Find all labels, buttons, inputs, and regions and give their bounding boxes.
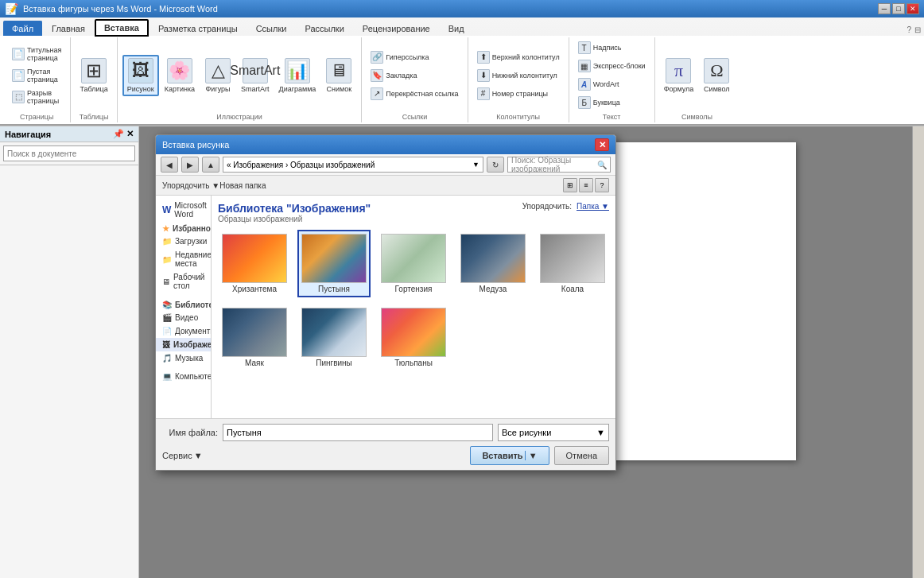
wordart-button[interactable]: A WordArt xyxy=(574,76,650,93)
blankpage-button[interactable]: 📄 Пустаястраница xyxy=(8,65,65,86)
hyperlink-button[interactable]: 🔗 Гиперссылка xyxy=(367,48,462,66)
table-button[interactable]: ⊞ Таблица xyxy=(76,56,111,95)
thumb-label-penguins: Пингвины xyxy=(316,359,352,367)
tab-mailings[interactable]: Рассылки xyxy=(296,21,352,36)
thumb-jellyfish[interactable]: Медуза xyxy=(456,230,530,297)
picture-button[interactable]: 🖼 Рисунок xyxy=(122,55,159,96)
header-button[interactable]: ⬆ Верхний колонтитул xyxy=(473,48,564,66)
music-icon: 🎵 xyxy=(162,354,172,363)
footer-button[interactable]: ⬇ Нижний колонтитул xyxy=(473,67,564,84)
dialog-overlay: Вставка рисунка ✕ ◀ ▶ ▲ « Изображения › … xyxy=(139,126,912,578)
formula-icon: π xyxy=(666,58,691,83)
dialog-search-box[interactable]: Поиск: Образцы изображений 🔍 xyxy=(507,157,611,173)
view-list-button[interactable]: ≡ xyxy=(579,178,593,192)
nav-music[interactable]: 🎵 Музыка xyxy=(156,351,211,365)
insert-button[interactable]: Вставить ▼ xyxy=(470,446,549,465)
nav-downloads[interactable]: 📁 Загрузки xyxy=(156,235,211,248)
thumb-hydrangea[interactable]: Гортензия xyxy=(377,230,450,297)
bookmark-icon: 🔖 xyxy=(371,69,383,82)
tab-layout[interactable]: Разметка страницы xyxy=(149,21,247,36)
dialog-body: W Microsoft Word ★ Избранное 📁 Загрузки xyxy=(156,196,615,418)
text-group-items: T Надпись ▦ Экспресс-блоки A WordArt Б Б… xyxy=(574,39,650,111)
thumb-chrysanthemum[interactable]: Хризантема xyxy=(218,230,291,297)
nav-computer[interactable]: 💻 Компьютер xyxy=(156,370,211,383)
thumb-lighthouse[interactable]: Маяк xyxy=(218,304,291,371)
nav-video[interactable]: 🎬 Видео xyxy=(156,311,211,324)
screenshot-button[interactable]: 🖥 Снимок xyxy=(321,56,356,95)
nav-images[interactable]: 🖼 Изображения xyxy=(156,338,211,351)
insert-dropdown-arrow[interactable]: ▼ xyxy=(525,451,538,460)
textbox-icon: T xyxy=(578,41,591,54)
dialog-footer: Имя файла: Все рисунки ▼ Сервис ▼ xyxy=(156,418,615,470)
pagebreak-button[interactable]: ⬚ Разрывстраницы xyxy=(8,87,65,107)
ribbon-group-links: 🔗 Гиперссылка 🔖 Закладка ↗ Перекрёстная … xyxy=(362,37,468,122)
thumb-tulips[interactable]: Тюльпаны xyxy=(377,304,450,371)
organize-button[interactable]: Упорядочить ▼ xyxy=(162,181,219,190)
thumb-penguins[interactable]: Пингвины xyxy=(297,304,371,371)
dropcap-button[interactable]: Б Буквица xyxy=(574,94,650,111)
right-scrollbar[interactable] xyxy=(912,126,924,578)
dialog-close-button[interactable]: ✕ xyxy=(595,138,609,151)
favorites-star-icon: ★ xyxy=(162,224,169,233)
pagenumber-button[interactable]: # Номер страницы xyxy=(473,85,564,103)
library-title: Библиотека "Изображения" xyxy=(218,202,371,215)
nav-pin-icon[interactable]: 📌 xyxy=(113,129,124,139)
libraries-section: 📚 Библиотеки xyxy=(156,297,211,311)
maximize-button[interactable]: □ xyxy=(892,3,905,14)
view-toggle-button[interactable]: ⊞ xyxy=(563,178,577,192)
nav-close-icon[interactable]: ✕ xyxy=(126,129,134,139)
help-button[interactable]: ? xyxy=(595,178,609,192)
textbox-button[interactable]: T Надпись xyxy=(574,39,650,56)
thumb-desert[interactable]: Пустыня xyxy=(297,230,371,297)
search-input[interactable] xyxy=(3,145,135,161)
cancel-button[interactable]: Отмена xyxy=(554,446,609,465)
headerfooter-buttons: ⬆ Верхний колонтитул ⬇ Нижний колонтитул… xyxy=(473,48,564,103)
illustrations-label: Иллюстрации xyxy=(216,113,262,121)
tab-insert[interactable]: Вставка xyxy=(95,19,149,37)
symbol-button[interactable]: Ω Символ xyxy=(699,56,734,95)
navigation-search-area xyxy=(0,142,138,165)
back-button[interactable]: ◀ xyxy=(161,157,178,173)
links-label: Ссылки xyxy=(402,113,428,121)
tab-view[interactable]: Вид xyxy=(440,21,473,36)
path-bar[interactable]: « Изображения › Образцы изображений ▼ xyxy=(223,157,483,173)
sort-value-button[interactable]: Папка ▼ xyxy=(577,202,609,211)
ribbon-group-headerfooter: ⬆ Верхний колонтитул ⬇ Нижний колонтитул… xyxy=(468,37,569,122)
new-folder-button[interactable]: Новая папка xyxy=(219,181,266,190)
tab-references[interactable]: Ссылки xyxy=(247,21,296,36)
nav-documents[interactable]: 📄 Документы xyxy=(156,324,211,338)
clipart-button[interactable]: 🌸 Картинка xyxy=(161,56,199,95)
tab-file[interactable]: Файл xyxy=(3,21,42,36)
nav-microsoft-word[interactable]: W Microsoft Word xyxy=(156,199,211,221)
text-label: Текст xyxy=(603,113,621,121)
titlepage-button[interactable]: 📄 Титульнаястраница xyxy=(8,44,65,64)
word-icon: W xyxy=(162,204,171,215)
up-button[interactable]: ▲ xyxy=(202,157,219,173)
dialog-nav-panel: W Microsoft Word ★ Избранное 📁 Загрузки xyxy=(156,196,212,418)
close-button[interactable]: ✕ xyxy=(907,3,919,14)
crossref-button[interactable]: ↗ Перекрёстная ссылка xyxy=(367,85,462,103)
tab-home[interactable]: Главная xyxy=(43,21,94,36)
pages-group-items: 📄 Титульнаястраница 📄 Пустаястраница ⬚ Р… xyxy=(8,39,65,111)
nav-desktop[interactable]: 🖥 Рабочий стол xyxy=(156,270,211,293)
filename-input[interactable] xyxy=(223,424,493,441)
bookmark-button[interactable]: 🔖 Закладка xyxy=(367,67,462,84)
quickparts-icon: ▦ xyxy=(578,60,591,72)
window-controls: ─ □ ✕ xyxy=(878,3,919,14)
dialog-toolbar2: Упорядочить ▼ Новая папка ⊞ ≡ ? xyxy=(156,176,615,196)
formula-button[interactable]: π Формула xyxy=(660,56,698,95)
refresh-button[interactable]: ↻ xyxy=(487,157,504,173)
tab-review[interactable]: Рецензирование xyxy=(354,21,439,36)
quickparts-button[interactable]: ▦ Экспресс-блоки xyxy=(574,57,650,75)
filetype-dropdown[interactable]: Все рисунки ▼ xyxy=(498,424,609,441)
minimize-button[interactable]: ─ xyxy=(878,3,891,14)
chart-button[interactable]: 📊 Диаграмма xyxy=(275,56,320,95)
thumb-koala[interactable]: Коала xyxy=(536,230,609,297)
pagebreak-icon: ⬚ xyxy=(12,91,25,103)
ribbon-group-symbols: π Формула Ω Символ Символы xyxy=(655,37,740,122)
computer-icon: 💻 xyxy=(162,372,172,381)
ribbon-group-pages: 📄 Титульнаястраница 📄 Пустаястраница ⬚ Р… xyxy=(3,37,71,122)
forward-button[interactable]: ▶ xyxy=(181,157,199,173)
smartart-button[interactable]: SmartArt SmartArt xyxy=(237,56,274,95)
nav-recent[interactable]: 📁 Недавние места xyxy=(156,248,211,270)
